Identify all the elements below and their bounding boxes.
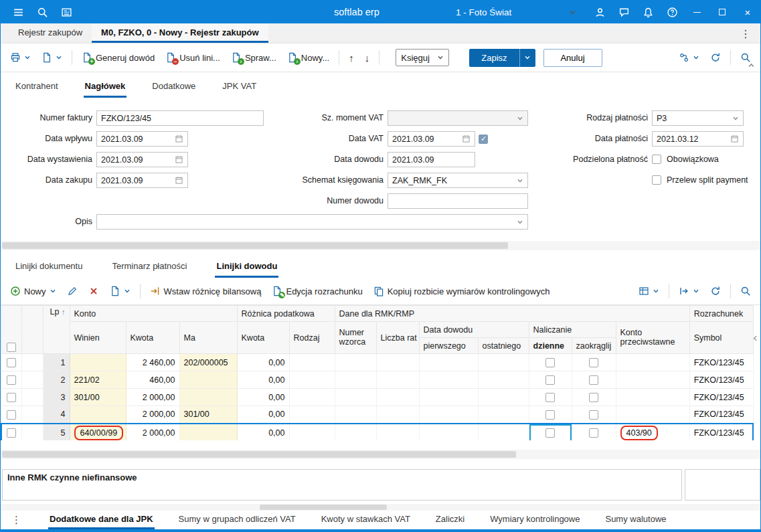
- user-icon[interactable]: [588, 1, 612, 23]
- check-document-button[interactable]: › Spraw...: [227, 49, 280, 66]
- footer-overflow-menu-icon[interactable]: ⋮: [7, 511, 25, 529]
- column-header-rodzaj[interactable]: Rodzaj: [289, 322, 335, 354]
- help-icon[interactable]: [660, 1, 684, 23]
- dzienne-checkbox[interactable]: [545, 428, 555, 438]
- column-header-zaokraglij[interactable]: zaokrąglij: [572, 338, 616, 354]
- obowiazkowa-checkbox[interactable]: [652, 155, 661, 164]
- dzienne-checkbox[interactable]: [545, 410, 555, 420]
- calendar-icon[interactable]: [462, 135, 471, 143]
- table-row[interactable]: 3 301/00 2 000,00 0,00 FZKO/123/45: [1, 389, 753, 406]
- data-vat-input[interactable]: 2021.03.09: [388, 131, 475, 147]
- grid-layout-button[interactable]: [635, 282, 663, 300]
- grid-document-button[interactable]: [106, 282, 135, 300]
- bell-icon[interactable]: [636, 1, 660, 23]
- data-wystawienia-input[interactable]: 2021.03.09: [96, 152, 188, 167]
- line-description-field[interactable]: Inne RMK czynne niefinansowe: [2, 469, 682, 501]
- calendar-icon[interactable]: [175, 155, 183, 164]
- row-select-checkbox[interactable]: [7, 358, 16, 367]
- company-selector[interactable]: 1 - Foto Świat: [456, 1, 576, 23]
- move-up-button[interactable]: ↑: [345, 52, 358, 64]
- column-header-ostatniego[interactable]: ostatniego: [478, 338, 529, 354]
- table-row-selected[interactable]: 5 640/00/99 2 000,00 0,00 403/90 FZKO/12…: [1, 424, 753, 441]
- search-icon[interactable]: [30, 1, 54, 23]
- table-row[interactable]: 4 2 000,00 301/00 0,00 FZKO/123/45: [1, 406, 753, 424]
- tab-kwoty-w-stawkach-vat[interactable]: Kwoty w stawkach VAT: [320, 511, 412, 529]
- new-document-button[interactable]: › Nowy...: [283, 49, 333, 66]
- grid-search-button[interactable]: [736, 282, 755, 300]
- news-icon[interactable]: [54, 1, 78, 23]
- move-down-button[interactable]: ↓: [361, 52, 374, 64]
- close-button[interactable]: ×: [735, 1, 760, 23]
- print-button[interactable]: [6, 49, 35, 66]
- column-group-konto[interactable]: Konto: [70, 306, 237, 322]
- ksieguj-dropdown[interactable]: Księguj: [396, 49, 449, 66]
- data-vat-checkbox[interactable]: [479, 135, 488, 144]
- maximize-button[interactable]: [709, 1, 735, 23]
- chat-icon[interactable]: [612, 1, 636, 23]
- column-header-kwota[interactable]: Kwota: [126, 322, 179, 354]
- save-dropdown[interactable]: [519, 49, 535, 67]
- tab-zaliczki[interactable]: Zaliczki: [434, 511, 466, 529]
- column-group-dane-rmk[interactable]: Dane dla RMK/RMP: [335, 306, 689, 322]
- sz-moment-vat-dropdown[interactable]: [388, 110, 528, 126]
- tab-sumy-walutowe[interactable]: Sumy walutowe: [604, 511, 667, 529]
- grid-delete-button[interactable]: [84, 282, 103, 300]
- zaokraglij-checkbox[interactable]: [589, 358, 598, 367]
- rodzaj-platnosci-dropdown[interactable]: P3: [652, 110, 744, 126]
- collapse-toolbar-button[interactable]: [748, 62, 755, 71]
- collapse-panel-button[interactable]: [752, 335, 759, 344]
- numer-faktury-input[interactable]: FZKO/123/45: [96, 110, 264, 126]
- column-header-ma[interactable]: Ma: [179, 322, 237, 354]
- calendar-icon[interactable]: [175, 176, 183, 185]
- column-header-naliczanie[interactable]: Naliczanie: [529, 322, 616, 338]
- tab-linijki-dowodu[interactable]: Linijki dowodu: [215, 255, 278, 278]
- footer-horizontal-scrollbar[interactable]: [1, 504, 760, 511]
- tab-rejestr-zakupow[interactable]: Rejestr zakupów: [9, 23, 92, 43]
- tab-overflow-menu-icon[interactable]: ⋮: [736, 26, 755, 41]
- scrollbar-thumb[interactable]: [2, 451, 516, 458]
- przelew-split-checkbox[interactable]: [652, 175, 661, 185]
- form-horizontal-scrollbar[interactable]: [1, 241, 760, 250]
- tab-sumy-w-grupach-odliczen-vat[interactable]: Sumy w grupach odliczeń VAT: [177, 511, 297, 529]
- tab-jpk-vat[interactable]: JPK VAT: [221, 75, 258, 98]
- insert-balance-difference-button[interactable]: Wstaw różnicę bilansową: [146, 282, 266, 300]
- grid-goto-button[interactable]: [675, 282, 703, 300]
- schemat-ksiegowania-dropdown[interactable]: ZAK_RMK_FK: [388, 173, 528, 188]
- zaokraglij-checkbox[interactable]: [589, 428, 598, 438]
- tab-naglowek[interactable]: Nagłówek: [84, 75, 127, 98]
- hamburger-menu-icon[interactable]: [6, 1, 30, 23]
- column-header-lp[interactable]: Lp ↑: [43, 306, 70, 354]
- tab-terminarz-platnosci[interactable]: Terminarz płatności: [110, 255, 188, 278]
- row-select-checkbox[interactable]: [7, 410, 16, 420]
- tab-kontrahent[interactable]: Kontrahent: [14, 75, 60, 98]
- calendar-icon[interactable]: [730, 135, 739, 143]
- row-select-checkbox[interactable]: [7, 393, 16, 402]
- tab-linijki-dokumentu[interactable]: Linijki dokumentu: [14, 255, 84, 278]
- zaokraglij-checkbox[interactable]: [589, 410, 598, 420]
- numer-dowodu-input[interactable]: [388, 193, 528, 209]
- data-zakupu-input[interactable]: 2021.03.09: [96, 173, 188, 188]
- column-header-numer-wzorca[interactable]: Numer wzorca: [335, 322, 376, 354]
- refresh-button[interactable]: [706, 49, 725, 66]
- cancel-button[interactable]: Anuluj: [543, 49, 602, 67]
- column-group-rozrachunek[interactable]: Rozrachunek: [689, 306, 753, 322]
- tab-dodatkowe[interactable]: Dodatkowe: [151, 75, 197, 98]
- grid-new-button[interactable]: Nowy: [6, 282, 60, 300]
- grid-edit-button[interactable]: [63, 282, 82, 300]
- edit-settlement-button[interactable]: ✎ Edycja rozrachunku: [268, 282, 366, 300]
- data-platnosci-input[interactable]: 2021.03.12: [652, 131, 744, 147]
- column-header-konto-przeciwstawne[interactable]: Konto przeciwstawne: [616, 322, 689, 354]
- table-row[interactable]: 2 221/02 460,00 0,00 FZKO/123/45: [1, 371, 753, 389]
- export-document-button[interactable]: [37, 49, 66, 66]
- tab-wymiary-kontrolingowe[interactable]: Wymiary kontrolingowe: [489, 511, 581, 529]
- column-header-winien[interactable]: Winien: [70, 322, 126, 354]
- zaokraglij-checkbox[interactable]: [589, 375, 598, 385]
- zaokraglij-checkbox[interactable]: [589, 393, 598, 402]
- save-button[interactable]: Zapisz: [469, 49, 535, 67]
- table-row[interactable]: 1 2 460,00 202/000005 0,00 FZKO/123/45: [1, 354, 753, 371]
- dzienne-checkbox[interactable]: [545, 375, 555, 385]
- calendar-icon[interactable]: [175, 135, 183, 143]
- column-header-data-dowodu[interactable]: Data dowodu: [419, 322, 529, 338]
- scrollbar-thumb[interactable]: [260, 505, 387, 510]
- column-header-pierwszego[interactable]: pierwszego: [419, 338, 478, 354]
